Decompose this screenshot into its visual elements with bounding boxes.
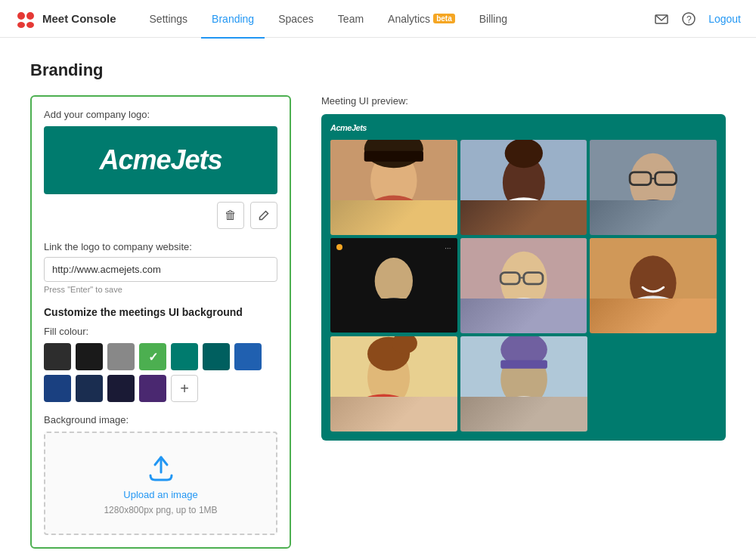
nav-analytics[interactable]: Analytics beta xyxy=(377,1,466,39)
upload-area[interactable]: Upload an image 1280x800px png, up to 1M… xyxy=(44,432,277,535)
color-swatch-9[interactable] xyxy=(76,375,103,402)
nav-billing[interactable]: Billing xyxy=(469,1,518,39)
main-content: Branding Add your company logo: AcmeJets… xyxy=(0,38,756,560)
svg-text:?: ? xyxy=(686,14,692,25)
video-cell-7 xyxy=(330,336,457,432)
svg-point-2 xyxy=(17,22,25,28)
left-panel: Add your company logo: AcmeJets 🗑 Link t… xyxy=(30,95,291,549)
color-swatch-7[interactable] xyxy=(234,343,262,370)
color-swatch-2[interactable] xyxy=(76,343,103,370)
email-icon-btn[interactable] xyxy=(654,11,669,26)
nav-links: Settings Branding Spaces Team Analytics … xyxy=(139,0,655,38)
content-layout: Add your company logo: AcmeJets 🗑 Link t… xyxy=(30,95,726,549)
logo-preview: AcmeJets xyxy=(44,126,277,194)
logo-section-label: Add your company logo: xyxy=(44,109,277,120)
nav-spaces[interactable]: Spaces xyxy=(268,1,324,39)
video-cell-8 xyxy=(460,336,587,432)
fill-label: Fill colour: xyxy=(44,326,277,337)
delete-logo-button[interactable]: 🗑 xyxy=(217,202,244,229)
video-cell-2 xyxy=(460,140,587,235)
beta-badge: beta xyxy=(433,14,455,23)
logout-button[interactable]: Logout xyxy=(708,13,741,25)
color-swatch-3[interactable] xyxy=(107,343,135,370)
video-row-1 xyxy=(330,140,717,235)
page-title: Branding xyxy=(30,60,726,80)
color-swatch-11[interactable] xyxy=(139,375,166,402)
video-cell-3 xyxy=(590,140,717,235)
svg-rect-10 xyxy=(364,151,423,162)
input-hint: Press "Enter" to save xyxy=(44,285,277,294)
trash-icon: 🗑 xyxy=(225,209,237,222)
color-swatch-4[interactable] xyxy=(139,343,166,370)
brand-logo[interactable]: Meet Console xyxy=(15,8,116,29)
website-url-input[interactable] xyxy=(44,257,277,282)
active-dot xyxy=(336,244,342,250)
upload-icon xyxy=(144,451,178,484)
customize-label: Customize the meetings UI background xyxy=(44,306,277,318)
video-row-2: ··· xyxy=(330,238,717,333)
app-logo-icon xyxy=(15,8,36,29)
color-swatch-8[interactable] xyxy=(44,375,71,402)
svg-point-1 xyxy=(26,12,34,20)
pencil-icon xyxy=(259,210,269,221)
svg-point-3 xyxy=(26,22,34,28)
logo-text: AcmeJets xyxy=(99,144,222,176)
help-icon-btn[interactable]: ? xyxy=(681,11,696,26)
color-swatch-10[interactable] xyxy=(107,375,135,402)
nav-branding[interactable]: Branding xyxy=(201,1,265,39)
nav-settings[interactable]: Settings xyxy=(139,1,199,39)
color-swatch-1[interactable] xyxy=(44,343,71,370)
meeting-preview: AcmeJets xyxy=(321,114,726,441)
svg-rect-42 xyxy=(500,360,547,368)
nav-team[interactable]: Team xyxy=(327,1,374,39)
nav-right: ? Logout xyxy=(654,11,741,26)
brand-name: Meet Console xyxy=(42,12,116,25)
email-icon xyxy=(654,11,669,26)
edit-logo-button[interactable] xyxy=(250,202,277,229)
logo-actions: 🗑 xyxy=(44,202,277,229)
help-icon: ? xyxy=(681,11,696,26)
video-cell-1 xyxy=(330,140,457,235)
menu-dots: ··· xyxy=(445,244,451,252)
video-cell-4: ··· xyxy=(330,238,457,333)
bg-image-label: Background image: xyxy=(44,414,277,425)
video-row-3 xyxy=(330,336,587,432)
video-cell-5 xyxy=(460,238,587,333)
preview-logo-text: AcmeJets xyxy=(330,123,717,132)
color-swatch-5[interactable] xyxy=(171,343,198,370)
color-grid: + xyxy=(44,343,277,402)
add-color-button[interactable]: + xyxy=(171,375,198,402)
preview-label: Meeting UI preview: xyxy=(321,95,726,107)
video-cell-6 xyxy=(590,238,717,333)
right-panel: Meeting UI preview: AcmeJets xyxy=(321,95,726,441)
navbar: Meet Console Settings Branding Spaces Te… xyxy=(0,0,756,38)
upload-text: Upload an image xyxy=(123,489,197,500)
color-swatch-6[interactable] xyxy=(203,343,230,370)
link-label: Link the logo to company website: xyxy=(44,241,277,252)
upload-hint: 1280x800px png, up to 1MB xyxy=(104,505,217,515)
svg-point-0 xyxy=(17,12,25,20)
